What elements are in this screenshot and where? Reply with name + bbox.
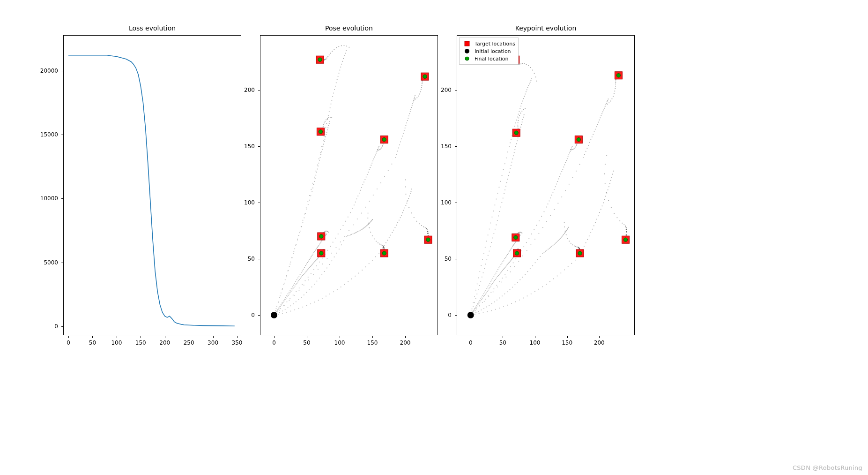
svg-point-538 — [351, 279, 352, 279]
svg-point-598 — [478, 277, 479, 278]
svg-point-657 — [519, 64, 520, 65]
svg-point-602 — [483, 253, 484, 254]
svg-point-498 — [372, 219, 373, 220]
svg-point-944 — [521, 232, 522, 233]
svg-point-20 — [311, 189, 312, 190]
legend-label: Final location — [475, 56, 509, 62]
svg-point-1118 — [503, 306, 504, 307]
svg-point-943 — [521, 233, 522, 234]
legend-item-initial: Initial location — [462, 47, 515, 55]
svg-point-830 — [515, 258, 516, 259]
svg-point-833 — [523, 246, 524, 247]
svg-point-568 — [408, 198, 409, 199]
svg-point-380 — [284, 301, 285, 302]
final-marker — [577, 137, 580, 141]
keypoint-scatter-plot — [457, 36, 634, 335]
x-tick-label: 100 — [334, 339, 345, 346]
svg-point-724 — [611, 98, 612, 99]
svg-point-474 — [349, 235, 349, 236]
svg-point-611 — [496, 199, 497, 200]
svg-point-945 — [520, 232, 521, 233]
svg-point-1117 — [499, 308, 500, 309]
svg-point-795 — [525, 108, 526, 109]
svg-point-1136 — [571, 263, 572, 264]
svg-point-1120 — [511, 303, 512, 304]
svg-point-585 — [426, 228, 427, 229]
svg-point-66 — [326, 58, 327, 59]
svg-point-896 — [478, 302, 479, 302]
svg-point-998 — [504, 268, 504, 269]
svg-point-174 — [309, 200, 310, 201]
svg-point-340 — [319, 244, 320, 245]
svg-point-509 — [380, 244, 381, 245]
trail — [470, 59, 537, 316]
svg-point-798 — [520, 113, 521, 113]
svg-point-210 — [323, 124, 324, 125]
svg-point-392 — [296, 284, 297, 285]
svg-point-1170 — [608, 200, 609, 201]
svg-point-1094 — [566, 234, 567, 235]
svg-point-827 — [507, 270, 508, 271]
svg-point-968 — [475, 307, 476, 308]
svg-point-1173 — [616, 217, 617, 218]
svg-point-522 — [290, 310, 291, 311]
final-marker — [319, 251, 323, 255]
svg-point-497 — [371, 220, 372, 221]
svg-point-447 — [282, 310, 283, 311]
svg-point-80 — [304, 285, 304, 286]
svg-point-394 — [297, 281, 298, 282]
svg-point-408 — [311, 265, 312, 266]
svg-point-403 — [306, 271, 307, 271]
svg-point-784 — [517, 140, 518, 141]
svg-point-254 — [357, 196, 358, 196]
svg-point-605 — [488, 234, 489, 235]
svg-point-1060 — [532, 265, 533, 266]
svg-point-865 — [570, 151, 571, 152]
trail — [470, 155, 627, 316]
svg-point-110 — [403, 133, 404, 134]
trail — [274, 117, 332, 316]
svg-point-913 — [496, 272, 497, 273]
svg-point-525 — [302, 307, 303, 308]
svg-point-339 — [319, 245, 319, 246]
svg-point-1162 — [611, 177, 612, 178]
legend-label: Target locations — [475, 41, 515, 47]
svg-point-399 — [302, 275, 303, 276]
svg-point-410 — [312, 263, 313, 264]
final-marker — [514, 131, 518, 135]
svg-point-742 — [473, 306, 474, 307]
svg-point-237 — [319, 262, 320, 263]
svg-point-667 — [475, 310, 475, 311]
svg-point-670 — [488, 296, 489, 297]
svg-point-260 — [364, 179, 365, 180]
svg-point-1115 — [491, 310, 492, 311]
svg-point-693 — [579, 164, 580, 165]
svg-point-946 — [519, 232, 520, 233]
svg-point-1122 — [519, 300, 520, 301]
svg-point-246 — [342, 225, 343, 226]
svg-point-479 — [355, 232, 356, 233]
svg-point-1065 — [543, 252, 544, 253]
svg-point-35 — [329, 111, 330, 112]
svg-point-691 — [572, 177, 573, 178]
svg-point-83 — [318, 269, 319, 270]
svg-point-170 — [304, 218, 304, 219]
svg-point-168 — [301, 226, 302, 227]
svg-point-1041 — [483, 308, 484, 309]
svg-point-770 — [505, 186, 506, 187]
legend-item-final: Final location — [462, 55, 515, 62]
svg-point-1068 — [548, 249, 549, 250]
svg-point-965 — [473, 311, 474, 312]
svg-point-669 — [484, 301, 485, 302]
svg-point-130 — [415, 98, 416, 99]
svg-point-495 — [370, 221, 371, 222]
svg-point-1043 — [489, 305, 490, 306]
svg-point-496 — [371, 221, 371, 222]
svg-point-476 — [351, 234, 352, 235]
svg-point-240 — [327, 250, 328, 251]
svg-point-1123 — [523, 298, 524, 299]
svg-point-556 — [394, 227, 395, 228]
svg-point-1085 — [565, 232, 566, 233]
x-tick-label: 0 — [469, 339, 473, 346]
svg-point-987 — [493, 282, 494, 283]
